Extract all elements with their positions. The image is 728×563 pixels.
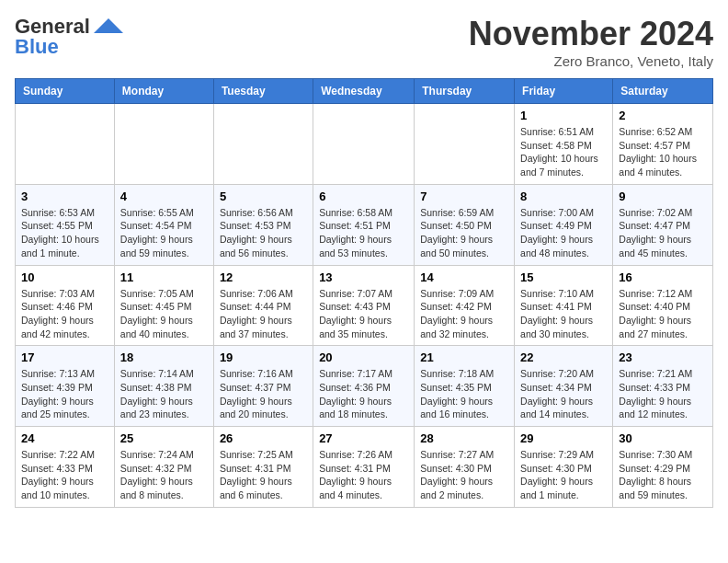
month-title: November 2024	[469, 15, 713, 53]
day-number: 25	[120, 431, 208, 445]
calendar-cell: 14Sunrise: 7:09 AMSunset: 4:42 PMDayligh…	[415, 265, 515, 346]
calendar-cell: 24Sunrise: 7:22 AMSunset: 4:33 PMDayligh…	[16, 427, 115, 508]
calendar-cell: 10Sunrise: 7:03 AMSunset: 4:46 PMDayligh…	[16, 265, 115, 346]
calendar-cell: 29Sunrise: 7:29 AMSunset: 4:30 PMDayligh…	[515, 427, 613, 508]
day-number: 2	[619, 109, 707, 122]
day-number: 4	[120, 190, 208, 203]
day-info: Sunrise: 7:29 AMSunset: 4:30 PMDaylight:…	[520, 448, 607, 502]
day-info: Sunrise: 7:02 AMSunset: 4:47 PMDaylight:…	[619, 206, 707, 260]
calendar-cell: 7Sunrise: 6:59 AMSunset: 4:50 PMDaylight…	[415, 184, 515, 265]
calendar-cell: 21Sunrise: 7:18 AMSunset: 4:35 PMDayligh…	[415, 346, 515, 427]
calendar-cell: 23Sunrise: 7:21 AMSunset: 4:33 PMDayligh…	[613, 346, 713, 427]
header: General Blue November 2024 Zero Branco, …	[15, 15, 713, 69]
calendar-cell: 17Sunrise: 7:13 AMSunset: 4:39 PMDayligh…	[16, 346, 115, 427]
svg-marker-0	[94, 18, 123, 33]
day-number: 13	[319, 270, 408, 284]
day-number: 11	[120, 270, 208, 284]
calendar-cell: 25Sunrise: 7:24 AMSunset: 4:32 PMDayligh…	[114, 427, 213, 508]
calendar-cell: 18Sunrise: 7:14 AMSunset: 4:38 PMDayligh…	[114, 346, 213, 427]
day-info: Sunrise: 7:24 AMSunset: 4:32 PMDaylight:…	[120, 448, 208, 502]
day-number: 27	[319, 431, 408, 445]
calendar-cell: 19Sunrise: 7:16 AMSunset: 4:37 PMDayligh…	[213, 346, 313, 427]
calendar-week-row: 10Sunrise: 7:03 AMSunset: 4:46 PMDayligh…	[16, 265, 713, 346]
day-number: 14	[420, 270, 508, 284]
day-number: 9	[619, 190, 707, 203]
calendar-week-row: 3Sunrise: 6:53 AMSunset: 4:55 PMDaylight…	[16, 184, 713, 265]
calendar-cell	[213, 104, 313, 185]
calendar-header-row: SundayMondayTuesdayWednesdayThursdayFrid…	[16, 79, 713, 104]
day-number: 23	[619, 350, 707, 364]
location: Zero Branco, Veneto, Italy	[469, 53, 713, 69]
day-number: 24	[21, 431, 108, 445]
day-number: 5	[220, 190, 307, 203]
col-header-friday: Friday	[515, 79, 613, 104]
day-number: 21	[420, 350, 508, 364]
day-info: Sunrise: 7:05 AMSunset: 4:45 PMDaylight:…	[120, 287, 208, 341]
day-info: Sunrise: 7:18 AMSunset: 4:35 PMDaylight:…	[420, 367, 508, 421]
calendar-table: SundayMondayTuesdayWednesdayThursdayFrid…	[15, 78, 713, 508]
day-number: 29	[520, 431, 607, 445]
day-info: Sunrise: 7:03 AMSunset: 4:46 PMDaylight:…	[21, 287, 108, 341]
calendar-cell: 2Sunrise: 6:52 AMSunset: 4:57 PMDaylight…	[613, 104, 713, 185]
day-info: Sunrise: 7:20 AMSunset: 4:34 PMDaylight:…	[520, 367, 607, 421]
col-header-tuesday: Tuesday	[213, 79, 313, 104]
day-number: 22	[520, 350, 607, 364]
calendar-cell: 12Sunrise: 7:06 AMSunset: 4:44 PMDayligh…	[213, 265, 313, 346]
day-number: 18	[120, 350, 208, 364]
calendar-cell: 27Sunrise: 7:26 AMSunset: 4:31 PMDayligh…	[313, 427, 415, 508]
day-number: 12	[220, 270, 307, 284]
day-number: 16	[619, 270, 707, 284]
calendar-cell: 1Sunrise: 6:51 AMSunset: 4:58 PMDaylight…	[515, 104, 613, 185]
calendar-cell: 15Sunrise: 7:10 AMSunset: 4:41 PMDayligh…	[515, 265, 613, 346]
day-number: 8	[520, 190, 607, 203]
day-info: Sunrise: 7:06 AMSunset: 4:44 PMDaylight:…	[220, 287, 307, 341]
calendar-cell: 9Sunrise: 7:02 AMSunset: 4:47 PMDaylight…	[613, 184, 713, 265]
calendar-cell	[16, 104, 115, 185]
calendar-week-row: 17Sunrise: 7:13 AMSunset: 4:39 PMDayligh…	[16, 346, 713, 427]
day-info: Sunrise: 7:07 AMSunset: 4:43 PMDaylight:…	[319, 287, 408, 341]
logo: General Blue	[15, 15, 125, 59]
day-number: 10	[21, 270, 108, 284]
calendar-cell: 4Sunrise: 6:55 AMSunset: 4:54 PMDaylight…	[114, 184, 213, 265]
day-number: 20	[319, 350, 408, 364]
calendar-cell: 26Sunrise: 7:25 AMSunset: 4:31 PMDayligh…	[213, 427, 313, 508]
title-area: November 2024 Zero Branco, Veneto, Italy	[469, 15, 713, 69]
day-info: Sunrise: 7:12 AMSunset: 4:40 PMDaylight:…	[619, 287, 707, 341]
calendar-cell: 16Sunrise: 7:12 AMSunset: 4:40 PMDayligh…	[613, 265, 713, 346]
calendar-cell: 28Sunrise: 7:27 AMSunset: 4:30 PMDayligh…	[415, 427, 515, 508]
day-info: Sunrise: 6:51 AMSunset: 4:58 PMDaylight:…	[520, 125, 607, 179]
day-number: 30	[619, 431, 707, 445]
day-info: Sunrise: 6:53 AMSunset: 4:55 PMDaylight:…	[21, 206, 108, 260]
day-number: 1	[520, 109, 607, 122]
day-number: 6	[319, 190, 408, 203]
calendar-cell: 13Sunrise: 7:07 AMSunset: 4:43 PMDayligh…	[313, 265, 415, 346]
calendar-cell: 5Sunrise: 6:56 AMSunset: 4:53 PMDaylight…	[213, 184, 313, 265]
calendar-cell	[415, 104, 515, 185]
calendar-cell: 30Sunrise: 7:30 AMSunset: 4:29 PMDayligh…	[613, 427, 713, 508]
calendar-cell: 3Sunrise: 6:53 AMSunset: 4:55 PMDaylight…	[16, 184, 115, 265]
day-number: 17	[21, 350, 108, 364]
day-info: Sunrise: 6:55 AMSunset: 4:54 PMDaylight:…	[120, 206, 208, 260]
logo-blue: Blue	[15, 35, 59, 59]
day-info: Sunrise: 7:30 AMSunset: 4:29 PMDaylight:…	[619, 448, 707, 502]
day-info: Sunrise: 7:17 AMSunset: 4:36 PMDaylight:…	[319, 367, 408, 421]
day-info: Sunrise: 7:16 AMSunset: 4:37 PMDaylight:…	[220, 367, 307, 421]
day-info: Sunrise: 7:14 AMSunset: 4:38 PMDaylight:…	[120, 367, 208, 421]
col-header-monday: Monday	[114, 79, 213, 104]
day-info: Sunrise: 6:52 AMSunset: 4:57 PMDaylight:…	[619, 125, 707, 179]
calendar-week-row: 24Sunrise: 7:22 AMSunset: 4:33 PMDayligh…	[16, 427, 713, 508]
calendar-cell: 6Sunrise: 6:58 AMSunset: 4:51 PMDaylight…	[313, 184, 415, 265]
day-info: Sunrise: 7:22 AMSunset: 4:33 PMDaylight:…	[21, 448, 108, 502]
day-number: 7	[420, 190, 508, 203]
day-info: Sunrise: 7:09 AMSunset: 4:42 PMDaylight:…	[420, 287, 508, 341]
day-number: 15	[520, 270, 607, 284]
calendar-week-row: 1Sunrise: 6:51 AMSunset: 4:58 PMDaylight…	[16, 104, 713, 185]
logo-icon	[92, 17, 125, 37]
day-info: Sunrise: 7:00 AMSunset: 4:49 PMDaylight:…	[520, 206, 607, 260]
col-header-sunday: Sunday	[16, 79, 115, 104]
calendar-cell: 22Sunrise: 7:20 AMSunset: 4:34 PMDayligh…	[515, 346, 613, 427]
day-info: Sunrise: 6:58 AMSunset: 4:51 PMDaylight:…	[319, 206, 408, 260]
day-info: Sunrise: 6:56 AMSunset: 4:53 PMDaylight:…	[220, 206, 307, 260]
calendar-cell: 8Sunrise: 7:00 AMSunset: 4:49 PMDaylight…	[515, 184, 613, 265]
col-header-saturday: Saturday	[613, 79, 713, 104]
